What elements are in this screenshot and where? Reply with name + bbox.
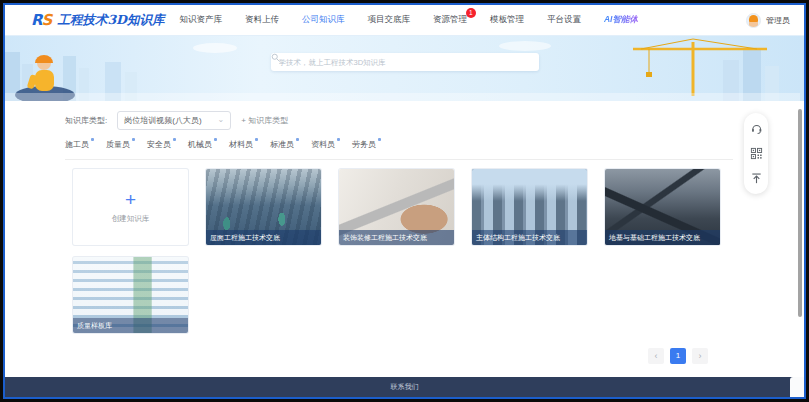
floating-toolbar <box>744 113 768 194</box>
screenshot-frame: RS 工程技术3D知识库 知识资产库 资料上传 公司知识库 项目交底库 资源管理… <box>0 0 809 402</box>
tag-quality-officer[interactable]: 质量员 <box>106 139 135 150</box>
chevron-down-icon: ⌄ <box>218 116 225 124</box>
create-kb-label: 创建知识库 <box>112 214 150 224</box>
kb-type-label: 知识库类型: <box>65 115 107 126</box>
nav-label: 资源管理 <box>433 14 467 24</box>
kb-card-quality-sample[interactable]: 质量样板库 <box>73 257 188 333</box>
role-tags-row: 施工员 质量员 安全员 机械员 材料员 标准员 资料员 劳务员 <box>65 139 733 160</box>
next-page-button[interactable]: › <box>692 348 708 364</box>
user-menu[interactable]: 管理员 <box>746 13 790 28</box>
nav-item-resource-mgmt[interactable]: 资源管理1 <box>433 14 467 26</box>
hero-banner <box>5 35 804 101</box>
filter-row: 知识库类型: 岗位培训视频(八大员) ⌄ + 知识库类型 <box>65 111 804 130</box>
tag-construction-officer[interactable]: 施工员 <box>65 139 94 150</box>
nav-item-platform-settings[interactable]: 平台设置 <box>547 14 581 26</box>
page-1-button[interactable]: 1 <box>670 348 686 364</box>
search-bar[interactable] <box>271 53 539 71</box>
main-content: 知识库类型: 岗位培训视频(八大员) ⌄ + 知识库类型 施工员 质量员 安全员… <box>5 101 804 364</box>
scrollbar[interactable] <box>798 109 802 317</box>
kb-type-select[interactable]: 岗位培训视频(八大员) ⌄ <box>117 111 231 130</box>
logo-mark: RS <box>31 11 51 29</box>
tag-documentation-officer[interactable]: 资料员 <box>311 139 340 150</box>
scrollbar-corner <box>790 377 804 397</box>
add-kb-type-button[interactable]: + 知识库类型 <box>241 115 288 126</box>
nav-item-ai-agent[interactable]: AI智能体 <box>604 14 638 26</box>
kb-card-title: 质量样板库 <box>73 318 188 333</box>
nav-item-project-disclosure[interactable]: 项目交底库 <box>367 14 410 26</box>
kb-card-main-structure[interactable]: 主体结构工程施工技术交底 <box>472 169 587 245</box>
nav-item-upload[interactable]: 资料上传 <box>245 14 279 26</box>
app-title: 工程技术3D知识库 <box>57 12 164 29</box>
nav-item-template-mgmt[interactable]: 模板管理 <box>490 14 524 26</box>
username: 管理员 <box>766 15 790 26</box>
prev-page-button[interactable]: ‹ <box>648 348 664 364</box>
kb-card-roofing[interactable]: 屋面工程施工技术交底 <box>206 169 321 245</box>
kb-card-title: 地基与基础工程施工技术交底 <box>605 230 720 245</box>
app-logo[interactable]: RS 工程技术3D知识库 <box>31 11 164 29</box>
kb-cards-row-1: + 创建知识库 屋面工程施工技术交底 装饰装修工程施工技术交底 主体结构工程施工… <box>73 169 804 245</box>
search-input[interactable] <box>279 58 533 67</box>
tag-labor-officer[interactable]: 劳务员 <box>352 139 381 150</box>
kb-cards-row-2: 质量样板库 <box>73 257 804 333</box>
kb-card-title: 装饰装修工程施工技术交底 <box>339 230 454 245</box>
tag-safety-officer[interactable]: 安全员 <box>147 139 176 150</box>
tag-machinery-officer[interactable]: 机械员 <box>188 139 217 150</box>
kb-card-foundation[interactable]: 地基与基础工程施工技术交底 <box>605 169 720 245</box>
avatar <box>746 13 761 28</box>
nav-item-knowledge-assets[interactable]: 知识资产库 <box>179 14 222 26</box>
create-kb-card[interactable]: + 创建知识库 <box>73 169 188 245</box>
customer-service-icon[interactable] <box>750 122 763 135</box>
qr-code-icon[interactable] <box>750 147 763 160</box>
notification-badge: 1 <box>466 8 476 18</box>
app-window: RS 工程技术3D知识库 知识资产库 资料上传 公司知识库 项目交底库 资源管理… <box>3 3 806 399</box>
kb-card-decoration[interactable]: 装饰装修工程施工技术交底 <box>339 169 454 245</box>
page-footer: 联系我们 <box>5 377 804 397</box>
kb-card-title: 屋面工程施工技术交底 <box>206 230 321 245</box>
pagination: ‹ 1 › <box>65 348 708 364</box>
footer-link[interactable]: 联系我们 <box>391 382 419 392</box>
nav-item-company-kb[interactable]: 公司知识库 <box>302 14 345 26</box>
plus-icon: + <box>125 191 136 209</box>
top-navbar: RS 工程技术3D知识库 知识资产库 资料上传 公司知识库 项目交底库 资源管理… <box>5 5 804 35</box>
tag-standards-officer[interactable]: 标准员 <box>270 139 299 150</box>
kb-card-title: 主体结构工程施工技术交底 <box>472 230 587 245</box>
tag-material-officer[interactable]: 材料员 <box>229 139 258 150</box>
main-nav: 知识资产库 资料上传 公司知识库 项目交底库 资源管理1 模板管理 平台设置 A… <box>179 14 638 26</box>
kb-type-value: 岗位培训视频(八大员) <box>124 115 201 126</box>
back-to-top-icon[interactable] <box>750 172 763 185</box>
